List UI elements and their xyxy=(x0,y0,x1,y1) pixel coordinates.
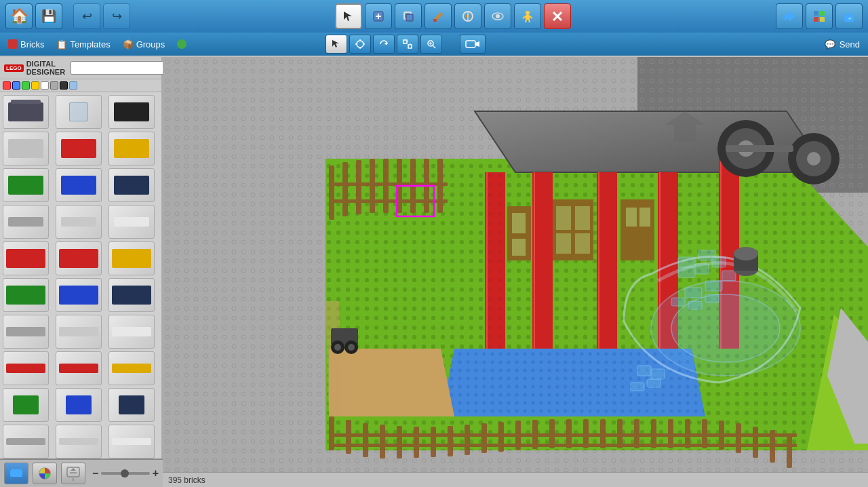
brick-item[interactable] xyxy=(108,351,155,385)
brick-item[interactable] xyxy=(3,132,49,165)
search-input[interactable] xyxy=(71,61,171,75)
brick-item[interactable] xyxy=(3,168,49,202)
groups-icon: 📦 xyxy=(123,39,134,50)
brick-item[interactable] xyxy=(3,278,49,312)
palette-button[interactable] xyxy=(806,3,833,29)
eye-tool-button[interactable] xyxy=(484,3,511,29)
tab-bricks[interactable]: Bricks xyxy=(3,35,50,54)
paint-tool-button[interactable] xyxy=(425,3,452,29)
color-filter-white[interactable] xyxy=(41,81,49,90)
brick-item[interactable] xyxy=(56,168,102,202)
minifig-tool-button[interactable] xyxy=(514,3,541,29)
brick-item[interactable] xyxy=(3,351,49,385)
groups-icon-tab[interactable] xyxy=(172,35,192,54)
home-button[interactable]: 🏠 xyxy=(5,3,33,29)
brick-item[interactable] xyxy=(56,241,102,275)
brick-item[interactable] xyxy=(108,132,155,165)
brick-view-button[interactable] xyxy=(4,463,28,484)
svg-rect-23 xyxy=(820,17,825,22)
svg-rect-101 xyxy=(485,172,505,349)
save-button[interactable]: 💾 xyxy=(35,3,62,29)
svg-rect-105 xyxy=(597,172,617,349)
brick-item[interactable] xyxy=(108,278,155,312)
tab-templates[interactable]: 📋 Templates xyxy=(51,35,115,54)
svg-marker-26 xyxy=(332,40,339,47)
brick-item[interactable] xyxy=(56,315,102,349)
view-zoom-sel-button[interactable] xyxy=(420,35,442,54)
brick-item[interactable] xyxy=(3,205,49,239)
svg-line-14 xyxy=(523,16,526,18)
status-bar: 395 bricks xyxy=(163,472,868,487)
color-filter-green[interactable] xyxy=(22,81,30,90)
clone-tool-button[interactable] xyxy=(395,3,422,29)
zoom-plus-icon[interactable]: + xyxy=(153,467,159,480)
svg-rect-5 xyxy=(406,14,413,21)
svg-rect-73 xyxy=(465,425,470,455)
svg-rect-112 xyxy=(512,213,526,233)
brick-item[interactable] xyxy=(56,351,102,385)
import-button[interactable] xyxy=(61,463,85,484)
color-filter-gray[interactable] xyxy=(50,81,58,90)
undo-button[interactable]: ↩ xyxy=(73,3,100,29)
zoom-slider[interactable] xyxy=(101,472,149,475)
bag-button[interactable]: + xyxy=(835,3,863,29)
share-button[interactable] xyxy=(776,3,803,29)
brick-item[interactable] xyxy=(108,168,155,202)
send-label[interactable]: Send xyxy=(840,39,860,50)
svg-line-17 xyxy=(529,20,530,22)
select-tool-button[interactable] xyxy=(335,3,362,29)
color-filter-yellow[interactable] xyxy=(31,81,39,90)
brick-item[interactable] xyxy=(3,95,49,129)
color-filter-clear[interactable] xyxy=(69,81,77,90)
brick-item[interactable] xyxy=(56,205,102,239)
tab-groups[interactable]: 📦 Groups xyxy=(117,35,171,54)
svg-rect-56 xyxy=(356,160,361,214)
svg-point-154 xyxy=(807,152,821,165)
brick-item[interactable] xyxy=(108,388,155,422)
view-pan-button[interactable] xyxy=(349,35,371,54)
svg-line-15 xyxy=(530,16,532,18)
viewport[interactable] xyxy=(163,57,868,487)
svg-rect-103 xyxy=(532,172,553,349)
brick-item[interactable] xyxy=(108,95,155,129)
svg-point-147 xyxy=(334,344,341,351)
delete-tool-button[interactable] xyxy=(544,3,571,29)
brick-item[interactable] xyxy=(56,278,102,312)
zoom-thumb[interactable] xyxy=(121,469,129,478)
brick-item[interactable] xyxy=(56,425,102,459)
svg-point-27 xyxy=(357,41,363,47)
svg-rect-117 xyxy=(556,233,571,254)
zoom-minus-icon[interactable]: − xyxy=(92,467,98,480)
view-fit-button[interactable] xyxy=(397,35,418,54)
svg-rect-72 xyxy=(448,426,453,456)
brick-item[interactable] xyxy=(108,425,155,459)
brick-item[interactable] xyxy=(56,95,102,129)
svg-point-11 xyxy=(496,14,500,18)
color-view-button[interactable] xyxy=(33,463,57,484)
brick-item[interactable] xyxy=(108,241,155,275)
view-select-button[interactable] xyxy=(326,35,347,54)
svg-point-168 xyxy=(12,469,14,471)
brick-item[interactable] xyxy=(3,241,49,275)
color-filter-blue[interactable] xyxy=(12,81,20,90)
scene[interactable] xyxy=(163,57,868,487)
add-brick-button[interactable] xyxy=(365,3,392,29)
color-filter-black[interactable] xyxy=(60,81,68,90)
view-orbit-button[interactable] xyxy=(373,35,395,54)
hinge-tool-button[interactable] xyxy=(454,3,481,29)
brick-item[interactable] xyxy=(3,425,49,459)
color-filter-red[interactable] xyxy=(3,81,11,90)
brick-item[interactable] xyxy=(108,205,155,239)
brick-item[interactable] xyxy=(56,388,102,422)
brick-item[interactable] xyxy=(108,315,155,349)
svg-marker-98 xyxy=(475,111,827,172)
brick-item[interactable] xyxy=(3,388,49,422)
brick-item[interactable] xyxy=(3,315,49,349)
svg-point-12 xyxy=(526,11,530,15)
brick-item[interactable] xyxy=(56,132,102,165)
brick-grid xyxy=(0,92,161,487)
svg-rect-115 xyxy=(556,206,571,230)
view-camera-button[interactable] xyxy=(460,35,486,54)
redo-button[interactable]: ↪ xyxy=(103,3,130,29)
svg-rect-64 xyxy=(329,199,448,203)
